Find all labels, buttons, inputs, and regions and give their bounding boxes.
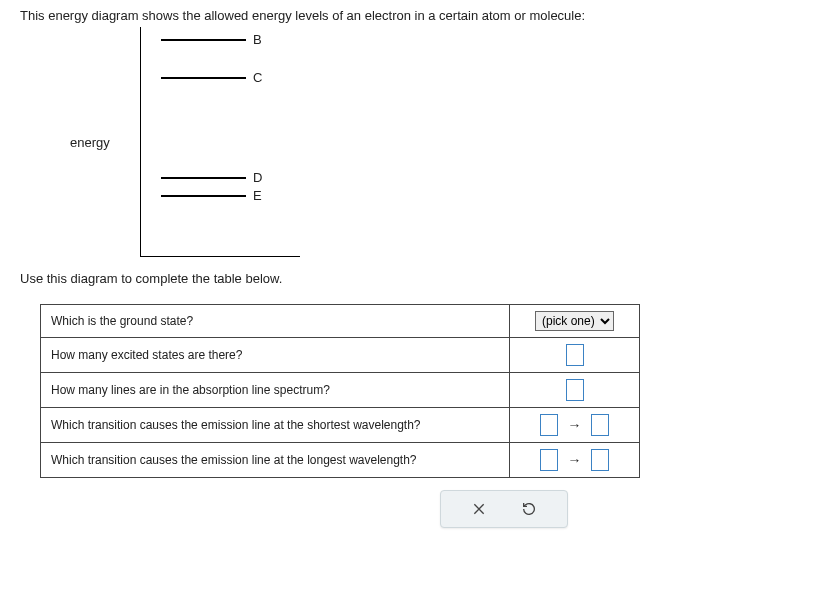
longest-to-input[interactable] xyxy=(591,449,609,471)
energy-level xyxy=(161,195,246,197)
energy-level xyxy=(161,177,246,179)
subheading: Use this diagram to complete the table b… xyxy=(20,271,800,286)
absorption-lines-input[interactable] xyxy=(566,379,584,401)
energy-level-label: C xyxy=(253,70,262,85)
question-text: How many excited states are there? xyxy=(41,338,510,373)
table-row: Which is the ground state? (pick one) xyxy=(41,305,640,338)
clear-button[interactable] xyxy=(469,499,489,519)
energy-level-label: B xyxy=(253,32,262,47)
longest-from-input[interactable] xyxy=(540,449,558,471)
energy-level-label: E xyxy=(253,188,262,203)
action-bar xyxy=(440,490,568,528)
table-row: Which transition causes the emission lin… xyxy=(41,443,640,478)
shortest-from-input[interactable] xyxy=(540,414,558,436)
y-axis-label: energy xyxy=(70,135,110,150)
shortest-to-input[interactable] xyxy=(591,414,609,436)
arrow-icon: → xyxy=(568,452,582,468)
ground-state-select[interactable]: (pick one) xyxy=(535,311,614,331)
question-text: Which is the ground state? xyxy=(41,305,510,338)
diagram-axes: B C D E xyxy=(140,27,300,257)
question-text: Which transition causes the emission lin… xyxy=(41,408,510,443)
reset-button[interactable] xyxy=(519,499,539,519)
excited-states-input[interactable] xyxy=(566,344,584,366)
energy-level-label: D xyxy=(253,170,262,185)
table-row: Which transition causes the emission lin… xyxy=(41,408,640,443)
x-icon xyxy=(471,501,487,517)
reset-icon xyxy=(521,501,537,517)
question-text: Which transition causes the emission lin… xyxy=(41,443,510,478)
table-row: How many lines are in the absorption lin… xyxy=(41,373,640,408)
question-text: How many lines are in the absorption lin… xyxy=(41,373,510,408)
question-table: Which is the ground state? (pick one) Ho… xyxy=(40,304,640,478)
question-intro: This energy diagram shows the allowed en… xyxy=(20,8,800,23)
energy-diagram: energy B C D E xyxy=(70,27,310,257)
arrow-icon: → xyxy=(568,417,582,433)
table-row: How many excited states are there? xyxy=(41,338,640,373)
energy-level xyxy=(161,39,246,41)
energy-level xyxy=(161,77,246,79)
